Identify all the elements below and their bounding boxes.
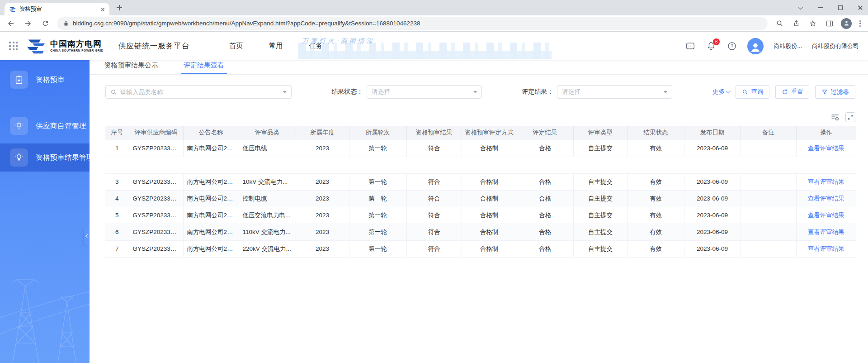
fullscreen-icon[interactable] <box>845 112 855 122</box>
table-row: 4GYSZP20233535南方电网公司20...控制电缆2023第一轮符合合格… <box>105 190 856 207</box>
page-tab-2[interactable]: 评定结果查看 <box>184 61 224 74</box>
column-header-14: 操作 <box>796 126 856 140</box>
query-button[interactable]: 查询 <box>736 85 769 99</box>
share-icon[interactable] <box>791 18 802 29</box>
result-status-group: 结果状态： 请选择 <box>331 85 482 99</box>
filter-button[interactable]: 过滤器 <box>815 85 855 99</box>
view-result-link[interactable]: 查看评审结果 <box>808 245 844 252</box>
view-result-link[interactable]: 查看评审结果 <box>808 195 844 202</box>
column-header-3: 公告名称 <box>183 126 239 140</box>
view-result-link[interactable]: 查看评审结果 <box>808 229 844 235</box>
view-result-link[interactable]: 查看评审结果 <box>808 212 844 219</box>
cell-评定结果: 合格 <box>517 140 573 157</box>
new-tab-button[interactable] <box>113 1 126 14</box>
user-avatar[interactable] <box>747 38 764 54</box>
cell-备注 <box>741 140 796 157</box>
browser-menu-icon[interactable] <box>858 20 863 27</box>
view-result-link[interactable]: 查看评审结果 <box>808 145 844 152</box>
window-minimize-button[interactable] <box>817 5 824 11</box>
browser-tab[interactable]: 资格预审 <box>5 3 109 15</box>
cell-资格预审结果: 符合 <box>406 224 462 240</box>
bookmark-star-icon[interactable] <box>807 18 818 29</box>
forward-icon[interactable] <box>23 18 33 29</box>
cell-结果状态: 有效 <box>627 140 684 157</box>
sidebar-item-label: 供应商自评管理 <box>36 121 86 131</box>
sidebar: 资格预审供应商自评管理资格预审结果管理 <box>0 60 90 363</box>
tab-close-icon[interactable] <box>100 7 105 11</box>
column-header-9: 评定结果 <box>517 126 573 140</box>
csg-favicon-icon <box>9 6 16 13</box>
sidebar-item-3[interactable]: 资格预审结果管理 <box>0 143 90 172</box>
view-result-link[interactable]: 查看评审结果 <box>808 178 844 185</box>
browser-profile-avatar[interactable] <box>841 18 852 29</box>
notification-bell-icon[interactable]: 6 <box>706 41 717 52</box>
category-search-combobox[interactable] <box>105 85 292 99</box>
cell-评审类型: 自主提交 <box>573 240 627 257</box>
table-row: 3GYSZP20233538南方电网公司20...10kV 交流电力...202… <box>105 173 856 190</box>
sidebar-item-1[interactable]: 资格预审 <box>0 67 90 93</box>
empty-cell <box>105 157 856 173</box>
nav-item-1[interactable]: 首页 <box>229 42 243 50</box>
cell-结果状态: 有效 <box>627 207 684 224</box>
cell-所属轮次: 第一轮 <box>349 224 406 240</box>
main-content: 资格预审结果公示评定结果查看 结果状态： 请选择 评定结果： 请选择 <box>90 60 868 363</box>
column-header-6: 所属轮次 <box>349 126 406 140</box>
csg-logo-icon <box>26 38 46 54</box>
category-search-input[interactable] <box>120 89 280 96</box>
cell-结果状态: 有效 <box>627 240 684 257</box>
results-table: 序号评审供应商编码公告名称评审品类所属年度所属轮次资格预审结果资格预审评定方式评… <box>105 126 856 258</box>
evaluation-result-label: 评定结果： <box>522 88 553 96</box>
clipboard-icon <box>10 71 28 89</box>
result-status-select[interactable]: 请选择 <box>367 85 482 99</box>
sidebar-item-2[interactable]: 供应商自评管理 <box>0 113 90 139</box>
user-name-short[interactable]: 尚纬股份... <box>774 42 802 50</box>
search-icon <box>742 89 748 95</box>
reset-button[interactable]: 重置 <box>775 85 809 99</box>
side-panel-icon[interactable] <box>824 18 835 29</box>
table-row: 1GYSZP20233539南方电网公司20...低压电线2023第一轮符合合格… <box>105 140 856 157</box>
cell-公告名称: 南方电网公司20... <box>183 190 239 207</box>
sidebar-item-label: 资格预审结果管理 <box>36 153 90 162</box>
cell-评审品类: 低压交流电力电... <box>239 207 296 224</box>
cell-资格预审评定方式: 合格制 <box>462 140 517 157</box>
cell-备注 <box>741 224 796 240</box>
column-header-12: 发布日期 <box>684 126 741 140</box>
cell-所属年度: 2023 <box>296 207 349 224</box>
back-icon[interactable] <box>5 18 16 29</box>
app-launcher-icon[interactable] <box>9 42 18 50</box>
refresh-icon <box>782 89 788 95</box>
url-omnibox[interactable]: bidding.csg.cn:9090/gmp/static/gmpweb/wo… <box>57 17 768 30</box>
browser-addressbar: bidding.csg.cn:9090/gmp/static/gmpweb/wo… <box>0 15 868 32</box>
cell-备注 <box>741 240 796 257</box>
cell-资格预审结果: 符合 <box>406 173 462 190</box>
tab-search-chevron-icon[interactable] <box>797 5 804 11</box>
cell-资格预审结果: 符合 <box>406 240 462 257</box>
zoom-icon[interactable] <box>774 18 785 29</box>
more-filters-link[interactable]: 更多 <box>712 88 730 96</box>
cell-资格预审评定方式: 合格制 <box>462 190 517 207</box>
cell-发布日期: 2023-06-09 <box>684 173 741 190</box>
cell-资格预审结果: 符合 <box>406 190 462 207</box>
column-settings-icon[interactable] <box>830 112 840 122</box>
sidebar-collapse-handle[interactable] <box>84 227 90 246</box>
window-maximize-button[interactable] <box>837 5 844 11</box>
cell-公告名称: 南方电网公司20... <box>183 173 239 190</box>
cell-公告名称: 南方电网公司20... <box>183 240 239 257</box>
help-icon[interactable]: ? <box>726 41 737 52</box>
message-icon[interactable] <box>685 41 696 52</box>
cell-所属年度: 2023 <box>296 224 349 240</box>
app-header: 万家灯火·南网情深 中国南方电网 CHINA SOUTHERN POWER GR… <box>0 32 868 60</box>
cell-序号: 7 <box>105 240 129 257</box>
nav-item-2[interactable]: 常用 <box>269 42 283 50</box>
cell-备注 <box>741 190 796 207</box>
cell-评定结果: 合格 <box>517 190 573 207</box>
cell-所属年度: 2023 <box>296 173 349 190</box>
cell-序号: 5 <box>105 207 129 224</box>
platform-title: 供应链统一服务平台 <box>118 41 190 51</box>
window-close-button[interactable] <box>857 5 863 11</box>
cell-评审供应商编码: GYSZP20233534 <box>129 224 183 240</box>
cell-评审供应商编码: GYSZP20233535 <box>129 190 183 207</box>
reload-icon[interactable] <box>40 18 51 29</box>
evaluation-result-select[interactable]: 请选择 <box>557 85 672 99</box>
page-tab-1[interactable]: 资格预审结果公示 <box>104 61 158 74</box>
